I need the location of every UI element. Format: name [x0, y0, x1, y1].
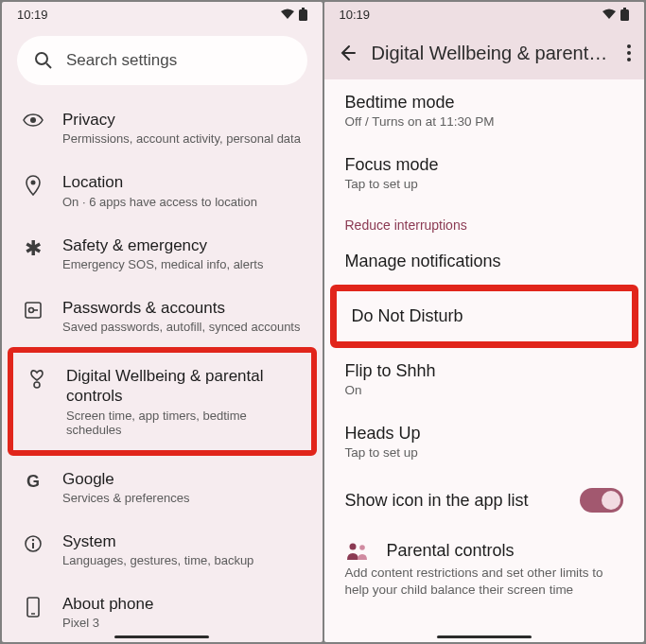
more-icon[interactable]: [627, 44, 631, 61]
nav-handle[interactable]: [437, 635, 532, 638]
status-bar: 10:19: [324, 2, 645, 26]
item-sub: Services & preferences: [62, 491, 304, 505]
item-title: Focus mode: [345, 155, 624, 175]
item-title: Passwords & accounts: [62, 298, 304, 318]
item-sub: On · 6 apps have access to location: [62, 195, 304, 209]
highlight-digital-wellbeing: Digital Wellbeing & parental controls Sc…: [8, 347, 317, 456]
settings-item-about[interactable]: About phone Pixel 3: [2, 581, 323, 642]
wellbeing-list: Bedtime mode Off / Turns on at 11:30 PM …: [324, 79, 645, 642]
svg-point-20: [349, 543, 356, 549]
phone-icon: [23, 594, 44, 618]
appbar: 10:19 Digital Wellbeing & parental...: [324, 2, 645, 79]
settings-list: Privacy Permissions, account activity, p…: [2, 96, 323, 642]
back-icon[interactable]: [338, 44, 357, 62]
item-sub: Saved passwords, autofill, synced accoun…: [62, 320, 304, 334]
item-sub: Off / Turns on at 11:30 PM: [345, 114, 624, 129]
item-sub: Tap to set up: [345, 177, 624, 191]
item-sub: Screen time, app timers, bedtime schedul…: [66, 409, 298, 437]
item-title: Bedtime mode: [345, 93, 624, 113]
eye-icon: [23, 110, 44, 128]
battery-icon: [299, 8, 307, 21]
item-title: Heads Up: [345, 424, 624, 444]
asterisk-icon: ✱: [23, 235, 44, 259]
wifi-icon: [280, 9, 295, 20]
item-sub: Pixel 3: [62, 616, 304, 630]
wifi-icon: [602, 9, 617, 20]
item-title: Google: [62, 469, 304, 489]
svg-rect-1: [302, 8, 305, 9]
svg-point-11: [32, 539, 34, 541]
item-bedtime-mode[interactable]: Bedtime mode Off / Turns on at 11:30 PM: [324, 79, 645, 142]
svg-rect-12: [32, 543, 34, 548]
item-title: Do Not Disturb: [352, 306, 618, 326]
item-sub: Emergency SOS, medical info, alerts: [62, 257, 304, 271]
item-title: System: [62, 531, 304, 551]
item-heads-up[interactable]: Heads Up Tap to set up: [324, 410, 645, 473]
svg-point-21: [359, 545, 365, 550]
family-icon: [345, 542, 370, 561]
location-icon: [23, 172, 44, 196]
wellbeing-screen: 10:19 Digital Wellbeing & parental... Be…: [324, 2, 645, 642]
key-icon: [23, 298, 44, 320]
settings-item-passwords[interactable]: Passwords & accounts Saved passwords, au…: [2, 285, 323, 347]
status-time: 10:19: [340, 8, 371, 22]
search-placeholder: Search settings: [66, 51, 177, 70]
settings-root-screen: 10:19 Search settings Privacy Permission…: [2, 2, 323, 642]
wellbeing-icon: [26, 366, 47, 390]
status-time: 10:19: [17, 8, 48, 22]
item-title: Digital Wellbeing & parental controls: [66, 366, 298, 407]
item-focus-mode[interactable]: Focus mode Tap to set up: [324, 142, 645, 204]
settings-item-wellbeing[interactable]: Digital Wellbeing & parental controls Sc…: [13, 353, 311, 450]
status-bar: 10:19: [2, 2, 323, 26]
toggle-label: Show icon in the app list: [345, 491, 581, 511]
item-title: Privacy: [62, 110, 304, 130]
svg-rect-16: [623, 8, 626, 9]
svg-point-4: [30, 117, 36, 123]
section-reduce-interruptions: Reduce interruptions: [324, 204, 645, 238]
battery-icon: [620, 8, 629, 21]
highlight-dnd: Do Not Disturb: [330, 285, 639, 348]
svg-point-5: [31, 181, 36, 185]
svg-line-3: [46, 63, 51, 68]
item-title: Flip to Shhh: [345, 361, 624, 381]
settings-item-location[interactable]: Location On · 6 apps have access to loca…: [2, 159, 323, 221]
item-title: Manage notifications: [345, 252, 624, 271]
item-parental-controls[interactable]: Parental controls: [324, 528, 645, 565]
settings-item-privacy[interactable]: Privacy Permissions, account activity, p…: [2, 96, 323, 159]
svg-point-19: [627, 58, 631, 61]
item-do-not-disturb[interactable]: Do Not Disturb: [337, 291, 633, 341]
svg-point-9: [34, 382, 40, 388]
item-flip-to-shhh[interactable]: Flip to Shhh On: [324, 348, 645, 410]
item-sub: Languages, gestures, time, backup: [62, 553, 304, 567]
search-settings[interactable]: Search settings: [17, 36, 307, 85]
item-manage-notifications[interactable]: Manage notifications: [324, 238, 645, 285]
google-icon: G: [23, 469, 44, 492]
svg-point-2: [36, 53, 47, 64]
parental-desc: Add content restrictions and set other l…: [324, 565, 645, 610]
settings-item-google[interactable]: G Google Services & preferences: [2, 456, 323, 518]
svg-rect-0: [299, 9, 307, 21]
settings-item-safety[interactable]: ✱ Safety & emergency Emergency SOS, medi…: [2, 222, 323, 285]
item-sub: Permissions, account activity, personal …: [62, 131, 304, 146]
svg-point-18: [627, 51, 631, 55]
svg-rect-15: [620, 9, 629, 21]
item-title: Location: [62, 172, 304, 192]
info-icon: [23, 531, 44, 553]
nav-handle[interactable]: [114, 635, 209, 638]
svg-point-7: [29, 307, 34, 312]
search-icon: [34, 51, 53, 70]
item-show-icon-toggle[interactable]: Show icon in the app list: [324, 473, 645, 528]
switch-on[interactable]: [580, 488, 623, 513]
settings-item-system[interactable]: System Languages, gestures, time, backup: [2, 518, 323, 581]
item-sub: On: [345, 383, 624, 397]
item-title: Safety & emergency: [62, 235, 304, 255]
item-title: About phone: [62, 594, 304, 614]
parental-title: Parental controls: [387, 541, 515, 561]
item-sub: Tap to set up: [345, 445, 624, 460]
appbar-title: Digital Wellbeing & parental...: [372, 43, 613, 64]
svg-point-17: [627, 44, 631, 48]
